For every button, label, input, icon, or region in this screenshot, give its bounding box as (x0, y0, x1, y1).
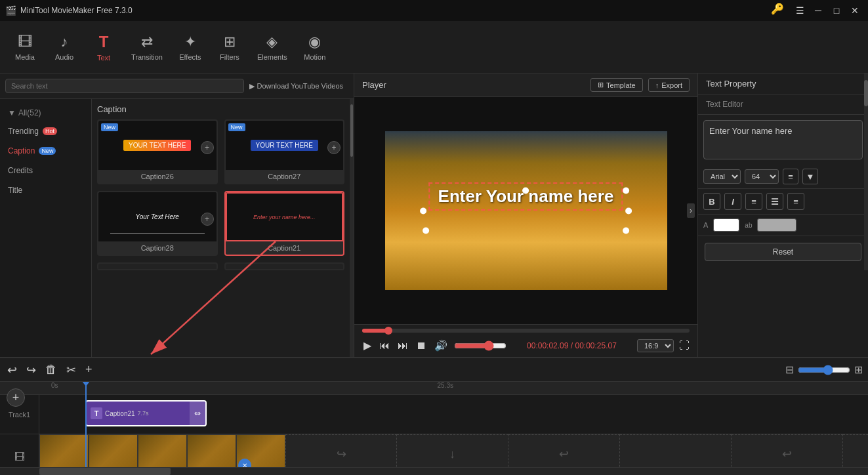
export-button[interactable]: ↑ Export (648, 78, 690, 92)
menu-button[interactable]: ☰ (792, 3, 808, 18)
close-button[interactable]: ✕ (847, 3, 863, 18)
time-current: 00:00:02.09 (527, 341, 568, 350)
progress-bar[interactable] (362, 329, 690, 333)
download-yt-label: Download YouTube Videos (257, 82, 344, 90)
outline-color-swatch[interactable] (757, 218, 796, 232)
playhead-triangle (82, 382, 90, 386)
caption-grid-items: New YOUR TEXT HERE + Caption26 New (97, 119, 344, 256)
tracks-area: + Track1 T Caption21 7.7s ⇔ 🎞 (0, 395, 868, 467)
list-format-button[interactable]: ≡ (783, 169, 798, 184)
redo-button[interactable]: ↪ (24, 361, 38, 379)
main-toolbar: 🎞 Media ♪ Audio T Text ⇄ Transition ✦ Ef… (0, 21, 868, 73)
more-thumb-1 (98, 264, 217, 269)
toolbar-text[interactable]: T Text (84, 29, 123, 66)
caption27-add-btn[interactable]: + (327, 141, 341, 154)
caption26-add-btn[interactable]: + (201, 141, 214, 154)
ruler-ticks: 0s 25.3s (45, 382, 863, 395)
aspect-ratio-select[interactable]: 16:9 9:16 4:3 1:1 (637, 339, 674, 352)
effects-label: Effects (179, 53, 201, 61)
progress-thumb[interactable] (384, 327, 392, 335)
add-media-button[interactable]: + (83, 361, 94, 379)
maximize-button[interactable]: □ (829, 3, 844, 18)
controls-right: 16:9 9:16 4:3 1:1 ⛶ (637, 339, 690, 352)
caption-clip[interactable]: T Caption21 7.7s ⇔ (85, 400, 207, 426)
empty-slot-3[interactable]: ↩ (508, 434, 620, 467)
next-frame-button[interactable]: ⏭ (396, 339, 409, 353)
caption26-thumb: New YOUR TEXT HERE + (98, 121, 217, 170)
list-item[interactable]: New Your Text Here + Caption28 (97, 191, 218, 256)
prev-frame-button[interactable]: ⏮ (378, 339, 391, 353)
download-youtube-button[interactable]: ▶ Download YouTube Videos (244, 79, 349, 93)
category-credits[interactable]: Credits (0, 161, 91, 180)
volume-button[interactable]: 🔊 (433, 338, 449, 353)
text-overlay[interactable]: Enter Your name here (429, 197, 623, 225)
caption28-add-btn[interactable]: + (201, 213, 214, 226)
credits-label: Credits (8, 166, 33, 175)
toolbar-media[interactable]: 🎞 Media (5, 30, 45, 65)
filters-label: Filters (220, 53, 239, 61)
empty-slot-6[interactable] (843, 434, 868, 467)
font-size-select[interactable]: 64 (745, 169, 779, 184)
video-overlay-text[interactable]: Enter Your name here (429, 182, 623, 211)
titlebar-left: 🎬 MiniTool MovieMaker Free 7.3.0 (5, 5, 133, 16)
list-item[interactable] (97, 262, 218, 270)
toolbar-motion[interactable]: ◉ Motion (295, 30, 335, 65)
reset-button[interactable]: Reset (705, 243, 861, 261)
zoom-slider[interactable] (798, 365, 850, 375)
toolbar-filters[interactable]: ⊞ Filters (210, 30, 249, 65)
list-item[interactable]: New YOUR TEXT HERE + Caption26 (97, 119, 218, 184)
delete-button[interactable]: 🗑 (43, 361, 59, 379)
toolbar-elements[interactable]: ◈ Elements (249, 30, 295, 65)
caption-grid: Caption New YOUR TEXT HERE + Caption26 (92, 99, 350, 357)
video-container: Enter Your name here › (354, 97, 697, 324)
timeline: ↩ ↪ 🗑 ✂ + ⊟ ⊞ 0s 25.3s + (0, 357, 868, 475)
toolbar-audio[interactable]: ♪ Audio (45, 30, 84, 65)
bold-button[interactable]: B (703, 193, 720, 210)
list-item[interactable]: Enter your name here... Caption21 (224, 191, 345, 256)
text-editor-box[interactable]: Enter Your name here (703, 120, 863, 159)
text-editor-label: Text Editor (698, 94, 868, 115)
playhead[interactable] (85, 382, 87, 467)
h-scrollbar-thumb (39, 468, 171, 475)
category-caption[interactable]: Caption New (0, 141, 91, 161)
align-right-button[interactable]: ≡ (787, 193, 804, 210)
template-button[interactable]: ⊞ Template (590, 78, 643, 92)
empty-slot-1[interactable]: ↪ (285, 434, 397, 467)
right-panel: Text Property Text Editor Enter Your nam… (697, 73, 868, 357)
youtube-icon: ▶ (249, 82, 255, 91)
stop-button[interactable]: ⏹ (415, 339, 428, 353)
zoom-out-button[interactable]: ⊟ (785, 363, 794, 376)
category-trending[interactable]: Trending Hot (0, 121, 91, 141)
toolbar-transition[interactable]: ⇄ Transition (123, 30, 171, 65)
zoom-in-button[interactable]: ⊞ (854, 363, 863, 376)
more-format-button[interactable]: ▼ (802, 169, 818, 184)
right-scrollbar[interactable] (864, 73, 868, 270)
category-title[interactable]: Title (0, 180, 91, 200)
scissors-button[interactable]: ✂ (64, 361, 78, 379)
all-count: All(52) (18, 108, 41, 117)
list-item[interactable] (224, 262, 345, 270)
play-button[interactable]: ▶ (362, 338, 373, 353)
search-input[interactable] (5, 79, 244, 93)
align-center-button[interactable]: ☰ (766, 193, 783, 210)
empty-slot-5[interactable]: ↩ (732, 434, 843, 467)
h-scrollbar[interactable] (0, 467, 868, 475)
undo-button[interactable]: ↩ (5, 361, 19, 379)
clip-resize-handle[interactable]: ⇔ (190, 402, 205, 425)
add-track-button[interactable]: + (7, 395, 25, 407)
volume-slider[interactable] (454, 341, 506, 351)
scrollbar[interactable] (350, 99, 354, 357)
player-controls: ▶ ⏮ ⏭ ⏹ 🔊 00:00:02.09 / 00:00:25.07 16:9… (354, 324, 697, 357)
empty-slot-4[interactable] (620, 434, 732, 467)
minimize-button[interactable]: ─ (810, 3, 826, 18)
align-left-button[interactable]: ≡ (745, 193, 762, 210)
key-icon: 🔑 (771, 3, 784, 18)
panel-toggle-btn[interactable]: › (687, 203, 695, 218)
italic-button[interactable]: I (724, 193, 741, 210)
empty-slot-2[interactable]: ↓ (397, 434, 508, 467)
list-item[interactable]: New YOUR TEXT HERE + Caption27 (224, 119, 345, 184)
font-select[interactable]: Arial (703, 169, 741, 184)
toolbar-effects[interactable]: ✦ Effects (171, 30, 210, 65)
fullscreen-button[interactable]: ⛶ (679, 340, 690, 352)
text-color-swatch[interactable] (713, 218, 739, 232)
